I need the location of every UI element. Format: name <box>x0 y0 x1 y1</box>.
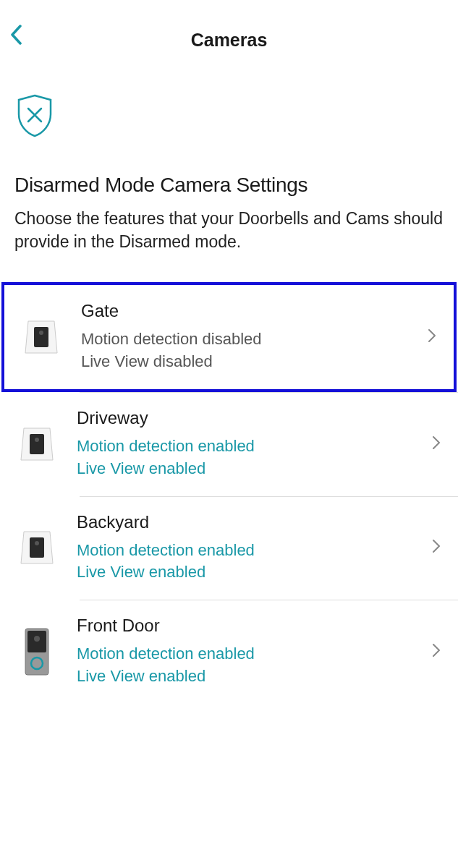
page-title: Disarmed Mode Camera Settings <box>14 174 444 197</box>
camera-list: Gate Motion detection disabled Live View… <box>0 260 458 703</box>
camera-info: Backyard Motion detection enabled Live V… <box>62 512 429 584</box>
camera-row-driveway[interactable]: Driveway Motion detection enabled Live V… <box>0 392 458 496</box>
svg-point-3 <box>35 438 39 442</box>
camera-row-front-door[interactable]: Front Door Motion detection enabled Live… <box>0 600 458 704</box>
chevron-right-icon <box>425 328 439 346</box>
camera-name: Front Door <box>77 616 429 636</box>
svg-point-8 <box>34 636 40 642</box>
svg-rect-0 <box>34 327 48 347</box>
svg-rect-2 <box>30 434 44 454</box>
content-header: Disarmed Mode Camera Settings Choose the… <box>0 156 458 260</box>
chevron-left-icon <box>10 25 23 45</box>
camera-row-backyard[interactable]: Backyard Motion detection enabled Live V… <box>0 496 458 600</box>
motion-status: Motion detection enabled <box>77 540 429 562</box>
svg-point-5 <box>35 541 39 545</box>
camera-name: Gate <box>81 301 425 321</box>
liveview-status: Live View enabled <box>77 665 429 688</box>
motion-status: Motion detection enabled <box>77 435 429 458</box>
motion-status: Motion detection enabled <box>77 643 429 665</box>
camera-device-icon <box>12 522 62 573</box>
back-button[interactable] <box>4 19 29 54</box>
camera-info: Driveway Motion detection enabled Live V… <box>62 408 429 480</box>
liveview-status: Live View enabled <box>77 458 429 480</box>
shield-disarmed-icon <box>14 94 55 139</box>
chevron-right-icon <box>429 643 444 660</box>
camera-device-icon <box>12 419 62 469</box>
liveview-status: Live View disabled <box>81 351 425 373</box>
header: Cameras <box>0 0 458 72</box>
camera-info: Front Door Motion detection enabled Live… <box>62 616 429 688</box>
svg-point-1 <box>39 331 43 335</box>
page-subtitle: Choose the features that your Doorbells … <box>14 207 444 253</box>
liveview-status: Live View enabled <box>77 561 429 584</box>
svg-rect-4 <box>30 537 44 558</box>
camera-info: Gate Motion detection disabled Live View… <box>67 301 425 373</box>
chevron-right-icon <box>429 435 444 453</box>
camera-name: Driveway <box>77 408 429 428</box>
doorbell-device-icon <box>12 626 62 677</box>
camera-row-gate[interactable]: Gate Motion detection disabled Live View… <box>1 282 457 392</box>
camera-name: Backyard <box>77 512 429 532</box>
chevron-right-icon <box>429 539 444 556</box>
motion-status: Motion detection disabled <box>81 328 425 351</box>
header-title: Cameras <box>7 30 451 51</box>
shield-icon-container <box>0 72 458 156</box>
camera-device-icon <box>16 312 67 362</box>
